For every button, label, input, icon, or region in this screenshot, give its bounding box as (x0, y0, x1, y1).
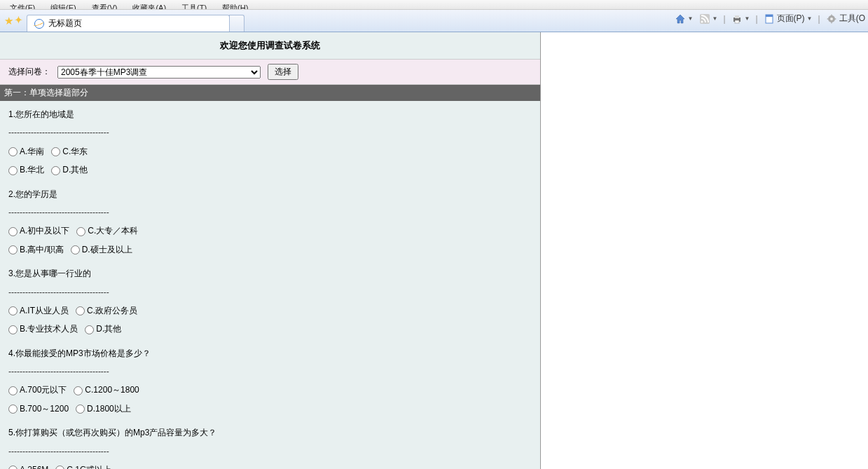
menu-tools[interactable]: 工具(T) (177, 0, 211, 10)
radio-option[interactable]: B.华北 (8, 161, 44, 179)
radio-input[interactable] (8, 147, 18, 156)
radio-input[interactable] (55, 465, 64, 469)
selector-label: 选择问卷： (8, 66, 50, 78)
question-text: 3.您是从事哪一行业的 (8, 264, 532, 283)
chevron-down-icon: ▼ (688, 15, 694, 22)
radio-input[interactable] (8, 465, 18, 469)
browser-tab[interactable]: 无标题页 (27, 15, 230, 32)
radio-input[interactable] (76, 306, 85, 315)
survey-select[interactable]: 2005春季十佳MP3调查 (57, 66, 261, 79)
radio-option[interactable]: A.700元以下 (8, 381, 67, 399)
tab-title: 无标题页 (48, 18, 82, 29)
radio-option[interactable]: C.1G或以上 (55, 461, 111, 469)
svg-rect-4 (735, 20, 739, 23)
section-1-header: 第一：单项选择题部分 (0, 85, 540, 101)
radio-input[interactable] (76, 227, 85, 236)
radio-input[interactable] (8, 306, 18, 315)
question-2: 2.您的学历是---------------------------------… (0, 181, 540, 261)
add-favorite-icon[interactable]: ✦ (15, 15, 22, 27)
radio-option[interactable]: D.硕士及以上 (71, 240, 132, 259)
page-menu[interactable]: 页面(P) ▼ (764, 13, 813, 25)
question-1: 1.您所在的地域是-------------------------------… (0, 101, 540, 181)
radio-input[interactable] (51, 147, 60, 156)
divider: ------------------------------------ (8, 442, 532, 461)
radio-input[interactable] (85, 325, 94, 334)
ie-icon (34, 19, 44, 29)
radio-option[interactable]: B.700～1200 (8, 400, 69, 418)
feeds-button[interactable]: ▼ (699, 13, 718, 25)
svg-rect-6 (766, 15, 773, 17)
divider: ------------------------------------ (8, 203, 532, 222)
chevron-down-icon: ▼ (712, 15, 718, 22)
divider: ------------------------------------ (8, 283, 532, 301)
radio-input[interactable] (76, 405, 85, 414)
radio-option[interactable]: B.专业技术人员 (8, 320, 78, 338)
survey-selector-row: 选择问卷： 2005春季十佳MP3调查 选择 (0, 59, 540, 85)
radio-option[interactable]: A.256M (8, 461, 48, 469)
radio-option[interactable]: D.1800以上 (76, 400, 131, 418)
tools-menu[interactable]: 工具(O (826, 13, 865, 25)
page-title: 欢迎您使用调查试卷系统 (0, 32, 540, 59)
chevron-down-icon: ▼ (745, 15, 750, 22)
radio-option[interactable]: B.高中/职高 (8, 240, 64, 259)
browser-tabbar: ★ ✦ 无标题页 ▼ ▼ | ▼ | 页面(P) ▼ | 工具(O (0, 10, 868, 32)
question-text: 4.你最能接受的MP3市场价格是多少？ (8, 344, 532, 362)
radio-option[interactable]: D.其他 (51, 161, 88, 179)
home-button[interactable]: ▼ (675, 13, 694, 25)
menu-favorites[interactable]: 收藏夹(A) (128, 0, 170, 10)
divider: ------------------------------------ (8, 123, 532, 142)
radio-input[interactable] (8, 166, 18, 175)
radio-input[interactable] (74, 386, 83, 395)
radio-input[interactable] (8, 227, 18, 236)
question-3: 3.您是从事哪一行业的-----------------------------… (0, 260, 540, 340)
radio-option[interactable]: A.初中及以下 (8, 222, 69, 240)
radio-option[interactable]: D.其他 (85, 320, 121, 338)
radio-input[interactable] (51, 166, 60, 175)
svg-point-1 (701, 20, 703, 22)
browser-menubar[interactable]: 文件(F) 编辑(E) 查看(V) 收藏夹(A) 工具(T) 帮助(H) (0, 0, 868, 10)
divider: ------------------------------------ (8, 362, 532, 381)
new-tab-button[interactable] (229, 15, 244, 32)
radio-option[interactable]: A.IT从业人员 (8, 301, 69, 320)
menu-view[interactable]: 查看(V) (88, 0, 122, 10)
question-4: 4.你最能接受的MP3市场价格是多少？---------------------… (0, 340, 540, 420)
radio-option[interactable]: A.华南 (8, 142, 44, 161)
blank-area: 控制 帧： (541, 32, 868, 469)
command-bar: ▼ ▼ | ▼ | 页面(P) ▼ | 工具(O (675, 13, 865, 25)
radio-input[interactable] (8, 405, 18, 414)
radio-option[interactable]: C.华东 (51, 142, 88, 161)
radio-option[interactable]: C.政府公务员 (76, 301, 137, 320)
radio-option[interactable]: C.大专／本科 (76, 222, 138, 240)
radio-input[interactable] (8, 386, 18, 395)
svg-point-8 (830, 18, 833, 20)
radio-input[interactable] (8, 245, 18, 254)
menu-edit[interactable]: 编辑(E) (46, 0, 81, 10)
question-text: 2.您的学历是 (8, 185, 532, 203)
question-text: 5.你打算购买（或您再次购买）的Mp3产品容量为多大？ (8, 423, 532, 442)
svg-rect-3 (735, 15, 739, 18)
select-button[interactable]: 选择 (268, 64, 298, 80)
print-button[interactable]: ▼ (731, 13, 750, 25)
favorites-icon[interactable]: ★ (4, 15, 13, 27)
menu-help[interactable]: 帮助(H) (218, 0, 252, 10)
chevron-down-icon: ▼ (807, 15, 813, 22)
survey-page: 欢迎您使用调查试卷系统 选择问卷： 2005春季十佳MP3调查 选择 第一：单项… (0, 32, 541, 469)
menu-file[interactable]: 文件(F) (6, 0, 39, 10)
radio-input[interactable] (71, 245, 80, 254)
radio-input[interactable] (8, 325, 18, 334)
question-5: 5.你打算购买（或您再次购买）的Mp3产品容量为多大？-------------… (0, 419, 540, 469)
question-text: 1.您所在的地域是 (8, 105, 532, 123)
radio-option[interactable]: C.1200～1800 (74, 381, 139, 399)
